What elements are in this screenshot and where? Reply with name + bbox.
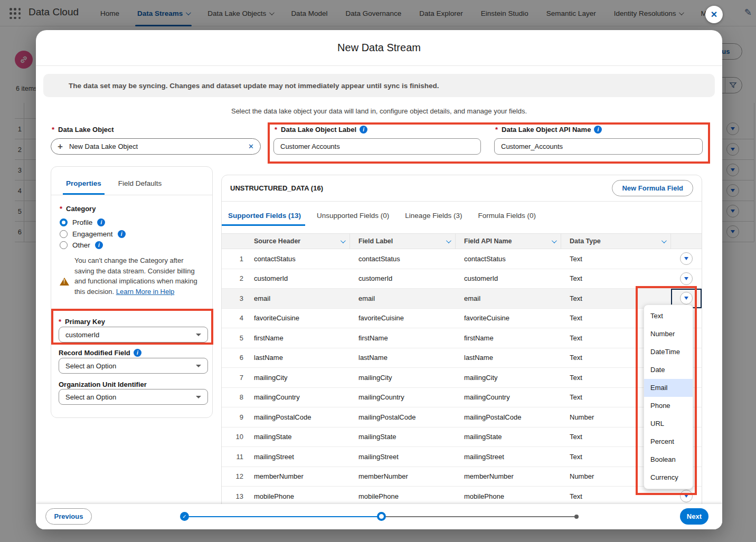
header-field-label[interactable]: Field Label [350, 233, 456, 249]
cell-source-header: favoriteCuisine [245, 314, 350, 322]
org-unit-select[interactable]: Select an Option [59, 389, 208, 405]
data-lake-object-api-name-input[interactable]: Customer_Accounts [494, 138, 703, 155]
cell-source-header: customerId [245, 274, 350, 282]
cell-source-header: mailingState [245, 433, 350, 441]
header-field-api-name[interactable]: Field API Name [456, 233, 561, 249]
required-asterisk: * [275, 126, 277, 134]
dataset-title: UNSTRUCTURED_DATA (16) [230, 184, 323, 192]
close-icon[interactable]: ✕ [705, 6, 723, 23]
learn-more-link[interactable]: Learn More in Help [116, 288, 175, 296]
primary-key-select[interactable]: customerId [59, 327, 208, 343]
record-modified-value: Select an Option [65, 362, 116, 370]
dlo-value: New Data Lake Object [69, 142, 138, 150]
cell-source-header: lastName [245, 354, 350, 362]
row-number: 5 [222, 334, 245, 342]
cell-source-header: mailingStreet [245, 453, 350, 461]
progress-step-upcoming [574, 515, 579, 519]
cell-field-label: favoriteCuisine [350, 314, 456, 322]
type-option-email[interactable]: Email [644, 379, 693, 397]
info-icon[interactable]: i [360, 126, 367, 134]
header-data-type[interactable]: Data Type [561, 233, 671, 249]
tab-supported-fields-13[interactable]: Supported Fields (13) [228, 212, 301, 226]
org-unit-value: Select an Option [65, 393, 116, 401]
header-number-column [222, 233, 245, 249]
cell-source-header: contactStatus [245, 255, 350, 263]
type-option-phone[interactable]: Phone [644, 397, 693, 415]
sort-chevron-icon [662, 238, 667, 243]
data-lake-object-input[interactable]: + New Data Lake Object ✕ [51, 138, 261, 155]
row-number: 12 [222, 472, 245, 480]
previous-button[interactable]: Previous [45, 508, 92, 525]
properties-panel: Properties Field Defaults *Category Prof… [51, 166, 213, 418]
cell-field-label: mailingState [350, 433, 456, 441]
required-asterisk: * [495, 126, 498, 134]
cell-field-api-name: favoriteCuisine [456, 314, 561, 322]
modal-subtitle: Select the data lake object your data wi… [36, 107, 722, 115]
category-warning: You can't change the Category after savi… [60, 255, 205, 297]
info-icon[interactable]: i [97, 218, 105, 226]
header-source[interactable]: Source Header [245, 233, 350, 249]
tab-field-defaults[interactable]: Field Defaults [118, 179, 162, 195]
fields-table: Source Header Field Label Field API Name… [222, 233, 702, 507]
type-option-currency[interactable]: Currency [644, 469, 693, 487]
radio-engagement[interactable] [60, 230, 68, 238]
next-button[interactable]: Next [680, 508, 708, 525]
row-type-dropdown-button[interactable] [680, 490, 693, 502]
progress-line-complete [184, 516, 381, 518]
sort-chevron-icon [552, 238, 557, 243]
info-icon[interactable]: i [594, 126, 602, 134]
row-number: 10 [222, 433, 245, 441]
radio-label: Engagement [72, 230, 113, 238]
table-row: 7mailingCitymailingCitymailingCityText [222, 368, 702, 388]
table-row: 8mailingCountrymailingCountrymailingCoun… [222, 388, 702, 408]
tab-properties[interactable]: Properties [66, 179, 101, 195]
dlo-label: *Data Lake Object [52, 126, 114, 134]
info-icon[interactable]: i [95, 241, 103, 249]
type-option-url[interactable]: URL [644, 415, 693, 433]
radio-other[interactable] [60, 241, 68, 249]
tab-unsupported-fields-0[interactable]: Unsupported Fields (0) [317, 212, 389, 226]
dlo-api-value: Customer_Accounts [501, 142, 563, 150]
cell-field-api-name: memberNumber [456, 472, 561, 480]
radio-option-profile: Profilei [60, 218, 105, 226]
table-row: 2customerIdcustomerIdcustomerIdText [222, 269, 702, 289]
type-option-date[interactable]: Date [644, 361, 693, 379]
type-option-datetime[interactable]: DateTime [644, 343, 693, 361]
dlo-label-value: Customer Accounts [280, 142, 340, 150]
row-number: 2 [222, 274, 245, 282]
data-lake-object-label-input[interactable]: Customer Accounts [273, 138, 481, 155]
row-type-dropdown-button[interactable] [680, 292, 693, 305]
clear-selection-icon[interactable]: ✕ [248, 142, 254, 150]
cell-field-label: mailingCity [350, 374, 456, 382]
cell-source-header: mailingPostalCode [245, 413, 350, 421]
cell-field-label: customerId [350, 274, 456, 282]
cell-field-label: mobilePhone [350, 492, 456, 500]
table-row: 12memberNumbermemberNumbermemberNumberNu… [222, 467, 702, 487]
tab-formula-fields-0[interactable]: Formula Fields (0) [478, 212, 536, 226]
type-option-boolean[interactable]: Boolean [644, 451, 693, 469]
radio-profile[interactable] [60, 218, 68, 226]
record-modified-select[interactable]: Select an Option [59, 358, 208, 374]
tab-lineage-fields-3[interactable]: Lineage Fields (3) [405, 212, 462, 226]
type-option-number[interactable]: Number [644, 325, 693, 343]
info-icon[interactable]: i [134, 349, 141, 357]
row-number: 3 [222, 294, 245, 302]
row-type-dropdown-button[interactable] [680, 272, 693, 285]
row-actions-cell [671, 269, 702, 289]
new-formula-field-button[interactable]: New Formula Field [612, 180, 693, 196]
cell-source-header: memberNumber [245, 472, 350, 480]
properties-tabs: Properties Field Defaults [51, 167, 212, 195]
info-icon[interactable]: i [118, 230, 126, 238]
type-option-percent[interactable]: Percent [644, 433, 693, 451]
type-option-text[interactable]: Text [644, 307, 693, 325]
cell-source-header: mobilePhone [245, 492, 350, 500]
progress-line-remaining [381, 516, 577, 518]
table-row: 4favoriteCuisinefavoriteCuisinefavoriteC… [222, 309, 702, 329]
fields-tabs: Supported Fields (13)Unsupported Fields … [222, 202, 702, 226]
row-type-dropdown-button[interactable] [680, 252, 693, 265]
category-label: *Category [60, 205, 96, 213]
required-asterisk: * [52, 126, 54, 134]
row-number: 9 [222, 413, 245, 421]
required-asterisk: * [60, 205, 62, 213]
cell-data-type: Text [561, 274, 671, 282]
